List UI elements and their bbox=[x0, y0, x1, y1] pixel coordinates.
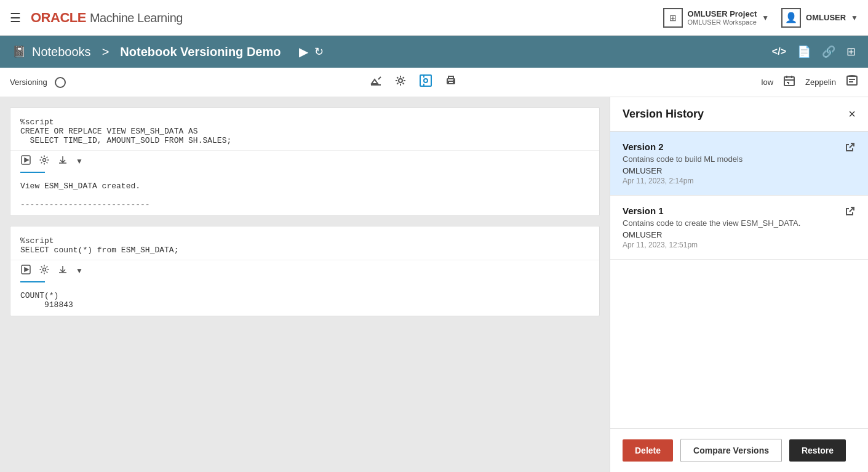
versioning-label: Versioning bbox=[10, 78, 47, 87]
svg-point-20 bbox=[43, 268, 46, 271]
breadcrumb-bar: 📓 Notebooks > Notebook Versioning Demo ▶… bbox=[0, 36, 868, 68]
user-avatar-icon: 👤 bbox=[781, 8, 801, 28]
cell-2-line-1: %script bbox=[20, 236, 589, 246]
code-cell-2: %script SELECT count(*) from ESM_SH_DATA… bbox=[10, 226, 600, 316]
cell-1-line-1: %script bbox=[20, 118, 589, 127]
cell-1-settings-button[interactable] bbox=[39, 154, 50, 168]
version-1-open-link-icon[interactable] bbox=[845, 206, 856, 219]
cell-2-toolbar: ▼ bbox=[10, 260, 599, 281]
version-2-date: Apr 11, 2023, 2:14pm bbox=[623, 177, 856, 185]
project-icon: ⊞ bbox=[663, 8, 683, 28]
run-notebook-button[interactable]: ▶ bbox=[299, 44, 308, 59]
svg-rect-3 bbox=[420, 75, 431, 86]
cell-2-line-2: SELECT count(*) from ESM_SH_DATA; bbox=[20, 246, 589, 255]
breadcrumb-right: </> 📄 🔗 ⊞ bbox=[772, 45, 856, 58]
cell-2-download-button[interactable] bbox=[57, 264, 68, 278]
cell-1-run-button[interactable] bbox=[20, 154, 31, 168]
project-text: OMLUSER Project OMLUSER Workspace bbox=[688, 9, 757, 26]
toolbar-right: low Zeppelin bbox=[762, 74, 858, 90]
cell-1-output-line-2 bbox=[20, 191, 589, 200]
hamburger-menu[interactable]: ☰ bbox=[10, 10, 21, 25]
version-item-2[interactable]: Version 2 Contains code to build ML mode… bbox=[610, 132, 868, 196]
cell-2-output-count-label: COUNT(*) bbox=[20, 291, 589, 300]
svg-point-9 bbox=[453, 80, 455, 81]
user-chevron-icon: ▼ bbox=[851, 14, 858, 22]
cell-1-code: %script CREATE OR REPLACE VIEW ESM_SH_DA… bbox=[10, 108, 599, 150]
version-2-open-link-icon[interactable] bbox=[845, 142, 856, 155]
top-navbar: ☰ ORACLEMachine Learning ⊞ OMLUSER Proje… bbox=[0, 0, 868, 36]
notebook-breadcrumb-icon: 📓 bbox=[12, 45, 26, 58]
cell-1-output-divider: --------------------------- bbox=[20, 200, 589, 209]
layout-button[interactable]: ⊞ bbox=[846, 45, 856, 58]
svg-point-4 bbox=[424, 79, 428, 82]
project-workspace: OMLUSER Workspace bbox=[688, 18, 757, 26]
toolbar-center bbox=[370, 74, 457, 90]
project-selector[interactable]: ⊞ OMLUSER Project OMLUSER Workspace ▼ bbox=[663, 8, 770, 28]
app-subtitle: Machine Learning bbox=[90, 11, 183, 25]
cell-2-output-count-value: 918843 bbox=[20, 300, 589, 310]
version-panel-close-button[interactable]: × bbox=[848, 107, 856, 121]
version-2-description: Contains code to build ML models bbox=[623, 154, 856, 164]
toolbar-left: Versioning bbox=[10, 77, 66, 88]
notebooks-link[interactable]: Notebooks bbox=[32, 45, 91, 59]
versioning-clock-icon bbox=[55, 77, 66, 88]
print-button[interactable] bbox=[445, 74, 457, 90]
version-panel-header: Version History × bbox=[610, 97, 868, 132]
nav-right: ⊞ OMLUSER Project OMLUSER Workspace ▼ 👤 … bbox=[663, 8, 858, 28]
compare-versions-button[interactable]: Compare Versions bbox=[680, 439, 782, 462]
svg-rect-14 bbox=[847, 76, 857, 85]
svg-line-1 bbox=[378, 77, 381, 79]
version-1-date: Apr 11, 2023, 12:51pm bbox=[623, 241, 856, 249]
schedule-button[interactable] bbox=[783, 74, 795, 90]
version-2-user: OMLUSER bbox=[623, 166, 856, 175]
zeppelin-icon-button[interactable] bbox=[846, 74, 858, 90]
version-panel-footer: Delete Compare Versions Restore bbox=[610, 428, 868, 472]
version-2-number: Version 2 bbox=[623, 142, 856, 152]
version-item-1[interactable]: Version 1 Contains code to create the vi… bbox=[610, 196, 868, 260]
project-name: OMLUSER Project bbox=[688, 9, 757, 18]
version-panel-title: Version History bbox=[623, 108, 704, 121]
cell-1-toolbar: ▼ bbox=[10, 150, 599, 172]
project-chevron-icon: ▼ bbox=[762, 14, 769, 22]
cell-2-code: %script SELECT count(*) from ESM_SH_DATA… bbox=[10, 226, 599, 260]
cell-1-output: View ESM_SH_DATA created. --------------… bbox=[10, 175, 599, 215]
cell-2-dropdown-arrow[interactable]: ▼ bbox=[76, 266, 83, 275]
notebook-settings-button[interactable] bbox=[419, 74, 432, 90]
toolbar: Versioning bbox=[0, 68, 868, 97]
breadcrumb-left: 📓 Notebooks > Notebook Versioning Demo ▶… bbox=[12, 44, 324, 59]
user-name: OMLUSER bbox=[806, 13, 846, 22]
version-1-user: OMLUSER bbox=[623, 230, 856, 239]
cell-1-dropdown-arrow[interactable]: ▼ bbox=[76, 157, 83, 166]
notebook-title: Notebook Versioning Demo bbox=[120, 45, 281, 59]
share-button[interactable]: 🔗 bbox=[822, 45, 835, 58]
cell-2-output: COUNT(*) 918843 bbox=[10, 285, 599, 316]
breadcrumb-separator: > bbox=[102, 45, 109, 59]
version-panel-body: Version 2 Contains code to build ML mode… bbox=[610, 132, 868, 428]
cell-2-run-button[interactable] bbox=[20, 264, 31, 278]
code-cell-1: %script CREATE OR REPLACE VIEW ESM_SH_DA… bbox=[10, 107, 600, 216]
user-selector[interactable]: 👤 OMLUSER ▼ bbox=[781, 8, 858, 28]
cell-1-line-3: SELECT TIME_ID, AMOUNT_SOLD FROM SH.SALE… bbox=[20, 136, 589, 145]
cell-1-line-2: CREATE OR REPLACE VIEW ESM_SH_DATA AS bbox=[20, 127, 589, 136]
version-1-description: Contains code to create the view ESM_SH_… bbox=[623, 218, 856, 228]
refresh-notebook-button[interactable]: ↻ bbox=[314, 45, 324, 58]
zeppelin-label: Zeppelin bbox=[805, 78, 836, 87]
svg-point-18 bbox=[43, 159, 46, 162]
delete-version-button[interactable]: Delete bbox=[623, 439, 673, 462]
restore-version-button[interactable]: Restore bbox=[789, 439, 846, 462]
version-history-panel: Version History × Version 2 Contains cod… bbox=[610, 97, 868, 472]
cell-2-underline bbox=[20, 281, 45, 282]
document-button[interactable]: 📄 bbox=[797, 45, 811, 58]
code-view-button[interactable]: </> bbox=[772, 46, 786, 57]
cell-2-settings-button[interactable] bbox=[39, 264, 50, 278]
clear-output-button[interactable] bbox=[370, 74, 382, 90]
cell-1-download-button[interactable] bbox=[57, 154, 68, 168]
resource-level-label: low bbox=[762, 78, 774, 87]
version-1-number: Version 1 bbox=[623, 206, 856, 216]
oracle-logo: ORACLEMachine Learning bbox=[27, 10, 183, 26]
main-content: %script CREATE OR REPLACE VIEW ESM_SH_DA… bbox=[0, 97, 868, 472]
svg-point-2 bbox=[399, 79, 402, 82]
notebook-area: %script CREATE OR REPLACE VIEW ESM_SH_DA… bbox=[0, 97, 610, 472]
cell-1-output-line-1: View ESM_SH_DATA created. bbox=[20, 182, 589, 191]
settings-button[interactable] bbox=[394, 74, 407, 90]
